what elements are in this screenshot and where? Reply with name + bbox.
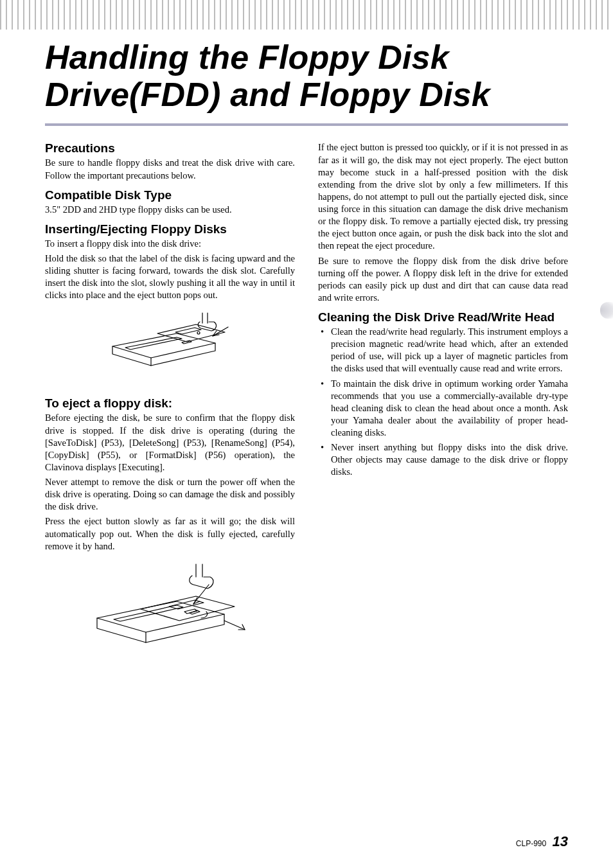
text-eject-3: Press the eject button slowly as far as … bbox=[45, 515, 295, 552]
list-item: Never insert anything but floppy disks i… bbox=[318, 441, 568, 478]
cleaning-list: Clean the read/write head regularly. Thi… bbox=[318, 326, 568, 479]
text-compatible: 3.5" 2DD and 2HD type floppy disks can b… bbox=[45, 204, 295, 216]
heading-cleaning: Cleaning the Disk Drive Read/Write Head bbox=[318, 310, 568, 324]
figure-eject bbox=[45, 559, 295, 671]
page-thumb-tab bbox=[600, 302, 613, 319]
header-pattern bbox=[0, 0, 613, 30]
heading-precautions: Precautions bbox=[45, 141, 295, 155]
floppy-eject-icon bbox=[87, 559, 254, 668]
page-title: Handling the Floppy Disk Drive(FDD) and … bbox=[45, 39, 568, 113]
text-precautions: Be sure to handle floppy disks and treat… bbox=[45, 157, 295, 181]
text-eject-2: Never attempt to remove the disk or turn… bbox=[45, 476, 295, 513]
list-item: To maintain the disk drive in optimum wo… bbox=[318, 378, 568, 439]
model-label: CLP-990 bbox=[516, 839, 546, 848]
left-column: Precautions Be sure to handle floppy dis… bbox=[45, 141, 295, 679]
figure-insert bbox=[45, 308, 295, 387]
heading-compatible: Compatible Disk Type bbox=[45, 188, 295, 202]
list-item: Clean the read/write head regularly. Thi… bbox=[318, 326, 568, 375]
text-eject-1: Before ejecting the disk, be sure to con… bbox=[45, 412, 295, 474]
heading-inserting: Inserting/Ejecting Floppy Disks bbox=[45, 222, 295, 236]
text-inserting-2: Hold the disk so that the label of the d… bbox=[45, 252, 295, 302]
text-cont-1: If the eject button is pressed too quick… bbox=[318, 141, 568, 252]
right-column: If the eject button is pressed too quick… bbox=[318, 141, 568, 679]
content-columns: Precautions Be sure to handle floppy dis… bbox=[0, 126, 613, 679]
page-footer: CLP-990 13 bbox=[516, 833, 568, 850]
heading-eject: To eject a floppy disk: bbox=[45, 396, 295, 411]
text-cont-2: Be sure to remove the floppy disk from t… bbox=[318, 255, 568, 305]
page-number: 13 bbox=[553, 833, 568, 849]
floppy-drive-icon bbox=[100, 308, 241, 385]
svg-point-0 bbox=[197, 332, 200, 334]
text-inserting-1: To insert a floppy disk into the disk dr… bbox=[45, 238, 295, 250]
